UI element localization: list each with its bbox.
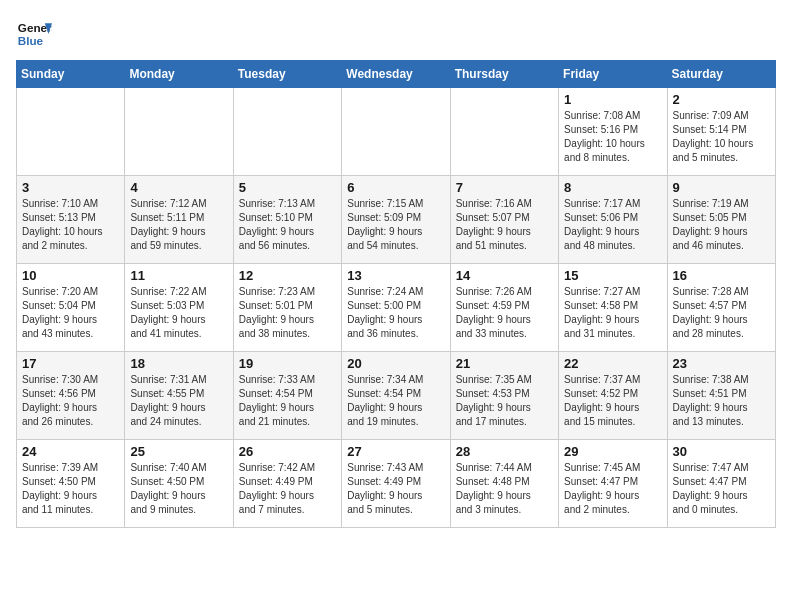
- day-number: 11: [130, 268, 227, 283]
- day-number: 30: [673, 444, 770, 459]
- week-row-1: 1Sunrise: 7:08 AM Sunset: 5:16 PM Daylig…: [17, 88, 776, 176]
- calendar-cell: 30Sunrise: 7:47 AM Sunset: 4:47 PM Dayli…: [667, 440, 775, 528]
- weekday-header-row: SundayMondayTuesdayWednesdayThursdayFrid…: [17, 61, 776, 88]
- day-number: 26: [239, 444, 336, 459]
- week-row-5: 24Sunrise: 7:39 AM Sunset: 4:50 PM Dayli…: [17, 440, 776, 528]
- calendar-cell: 16Sunrise: 7:28 AM Sunset: 4:57 PM Dayli…: [667, 264, 775, 352]
- day-number: 14: [456, 268, 553, 283]
- day-number: 25: [130, 444, 227, 459]
- calendar-cell: 17Sunrise: 7:30 AM Sunset: 4:56 PM Dayli…: [17, 352, 125, 440]
- day-info: Sunrise: 7:43 AM Sunset: 4:49 PM Dayligh…: [347, 461, 444, 517]
- day-number: 10: [22, 268, 119, 283]
- day-info: Sunrise: 7:39 AM Sunset: 4:50 PM Dayligh…: [22, 461, 119, 517]
- calendar-cell: 4Sunrise: 7:12 AM Sunset: 5:11 PM Daylig…: [125, 176, 233, 264]
- day-number: 21: [456, 356, 553, 371]
- day-info: Sunrise: 7:22 AM Sunset: 5:03 PM Dayligh…: [130, 285, 227, 341]
- day-info: Sunrise: 7:19 AM Sunset: 5:05 PM Dayligh…: [673, 197, 770, 253]
- day-number: 5: [239, 180, 336, 195]
- calendar-cell: 11Sunrise: 7:22 AM Sunset: 5:03 PM Dayli…: [125, 264, 233, 352]
- day-info: Sunrise: 7:44 AM Sunset: 4:48 PM Dayligh…: [456, 461, 553, 517]
- svg-text:Blue: Blue: [18, 34, 44, 47]
- calendar-cell: 29Sunrise: 7:45 AM Sunset: 4:47 PM Dayli…: [559, 440, 667, 528]
- calendar-cell: 28Sunrise: 7:44 AM Sunset: 4:48 PM Dayli…: [450, 440, 558, 528]
- calendar-cell: 6Sunrise: 7:15 AM Sunset: 5:09 PM Daylig…: [342, 176, 450, 264]
- calendar-cell: 25Sunrise: 7:40 AM Sunset: 4:50 PM Dayli…: [125, 440, 233, 528]
- day-info: Sunrise: 7:24 AM Sunset: 5:00 PM Dayligh…: [347, 285, 444, 341]
- day-info: Sunrise: 7:40 AM Sunset: 4:50 PM Dayligh…: [130, 461, 227, 517]
- calendar-cell: 27Sunrise: 7:43 AM Sunset: 4:49 PM Dayli…: [342, 440, 450, 528]
- week-row-4: 17Sunrise: 7:30 AM Sunset: 4:56 PM Dayli…: [17, 352, 776, 440]
- calendar-cell: 20Sunrise: 7:34 AM Sunset: 4:54 PM Dayli…: [342, 352, 450, 440]
- day-number: 13: [347, 268, 444, 283]
- day-number: 22: [564, 356, 661, 371]
- day-info: Sunrise: 7:42 AM Sunset: 4:49 PM Dayligh…: [239, 461, 336, 517]
- calendar-cell: 21Sunrise: 7:35 AM Sunset: 4:53 PM Dayli…: [450, 352, 558, 440]
- calendar-cell: 24Sunrise: 7:39 AM Sunset: 4:50 PM Dayli…: [17, 440, 125, 528]
- day-number: 3: [22, 180, 119, 195]
- day-info: Sunrise: 7:47 AM Sunset: 4:47 PM Dayligh…: [673, 461, 770, 517]
- day-number: 9: [673, 180, 770, 195]
- calendar-cell: 19Sunrise: 7:33 AM Sunset: 4:54 PM Dayli…: [233, 352, 341, 440]
- day-number: 17: [22, 356, 119, 371]
- day-info: Sunrise: 7:34 AM Sunset: 4:54 PM Dayligh…: [347, 373, 444, 429]
- day-info: Sunrise: 7:28 AM Sunset: 4:57 PM Dayligh…: [673, 285, 770, 341]
- day-number: 28: [456, 444, 553, 459]
- day-info: Sunrise: 7:20 AM Sunset: 5:04 PM Dayligh…: [22, 285, 119, 341]
- day-info: Sunrise: 7:23 AM Sunset: 5:01 PM Dayligh…: [239, 285, 336, 341]
- weekday-header-monday: Monday: [125, 61, 233, 88]
- calendar-cell: 18Sunrise: 7:31 AM Sunset: 4:55 PM Dayli…: [125, 352, 233, 440]
- calendar-cell: [233, 88, 341, 176]
- day-number: 29: [564, 444, 661, 459]
- calendar-cell: 2Sunrise: 7:09 AM Sunset: 5:14 PM Daylig…: [667, 88, 775, 176]
- calendar-cell: 1Sunrise: 7:08 AM Sunset: 5:16 PM Daylig…: [559, 88, 667, 176]
- calendar-cell: 23Sunrise: 7:38 AM Sunset: 4:51 PM Dayli…: [667, 352, 775, 440]
- day-info: Sunrise: 7:15 AM Sunset: 5:09 PM Dayligh…: [347, 197, 444, 253]
- day-number: 15: [564, 268, 661, 283]
- weekday-header-sunday: Sunday: [17, 61, 125, 88]
- day-number: 1: [564, 92, 661, 107]
- day-number: 27: [347, 444, 444, 459]
- day-info: Sunrise: 7:17 AM Sunset: 5:06 PM Dayligh…: [564, 197, 661, 253]
- day-info: Sunrise: 7:45 AM Sunset: 4:47 PM Dayligh…: [564, 461, 661, 517]
- day-info: Sunrise: 7:16 AM Sunset: 5:07 PM Dayligh…: [456, 197, 553, 253]
- calendar-cell: [125, 88, 233, 176]
- calendar-cell: 3Sunrise: 7:10 AM Sunset: 5:13 PM Daylig…: [17, 176, 125, 264]
- day-info: Sunrise: 7:31 AM Sunset: 4:55 PM Dayligh…: [130, 373, 227, 429]
- day-info: Sunrise: 7:38 AM Sunset: 4:51 PM Dayligh…: [673, 373, 770, 429]
- logo-icon: General Blue: [16, 16, 52, 52]
- weekday-header-thursday: Thursday: [450, 61, 558, 88]
- day-number: 7: [456, 180, 553, 195]
- calendar-cell: 5Sunrise: 7:13 AM Sunset: 5:10 PM Daylig…: [233, 176, 341, 264]
- weekday-header-tuesday: Tuesday: [233, 61, 341, 88]
- day-info: Sunrise: 7:13 AM Sunset: 5:10 PM Dayligh…: [239, 197, 336, 253]
- page-header: General Blue: [16, 16, 776, 52]
- day-number: 24: [22, 444, 119, 459]
- calendar-cell: 13Sunrise: 7:24 AM Sunset: 5:00 PM Dayli…: [342, 264, 450, 352]
- day-info: Sunrise: 7:33 AM Sunset: 4:54 PM Dayligh…: [239, 373, 336, 429]
- day-info: Sunrise: 7:37 AM Sunset: 4:52 PM Dayligh…: [564, 373, 661, 429]
- calendar-cell: [17, 88, 125, 176]
- day-info: Sunrise: 7:27 AM Sunset: 4:58 PM Dayligh…: [564, 285, 661, 341]
- day-info: Sunrise: 7:26 AM Sunset: 4:59 PM Dayligh…: [456, 285, 553, 341]
- week-row-2: 3Sunrise: 7:10 AM Sunset: 5:13 PM Daylig…: [17, 176, 776, 264]
- calendar-cell: 9Sunrise: 7:19 AM Sunset: 5:05 PM Daylig…: [667, 176, 775, 264]
- day-info: Sunrise: 7:08 AM Sunset: 5:16 PM Dayligh…: [564, 109, 661, 165]
- calendar-cell: 12Sunrise: 7:23 AM Sunset: 5:01 PM Dayli…: [233, 264, 341, 352]
- day-number: 12: [239, 268, 336, 283]
- weekday-header-saturday: Saturday: [667, 61, 775, 88]
- day-number: 20: [347, 356, 444, 371]
- day-number: 23: [673, 356, 770, 371]
- day-number: 2: [673, 92, 770, 107]
- day-number: 6: [347, 180, 444, 195]
- day-info: Sunrise: 7:09 AM Sunset: 5:14 PM Dayligh…: [673, 109, 770, 165]
- calendar-cell: [342, 88, 450, 176]
- calendar-cell: 8Sunrise: 7:17 AM Sunset: 5:06 PM Daylig…: [559, 176, 667, 264]
- calendar-cell: 15Sunrise: 7:27 AM Sunset: 4:58 PM Dayli…: [559, 264, 667, 352]
- week-row-3: 10Sunrise: 7:20 AM Sunset: 5:04 PM Dayli…: [17, 264, 776, 352]
- day-info: Sunrise: 7:10 AM Sunset: 5:13 PM Dayligh…: [22, 197, 119, 253]
- day-number: 19: [239, 356, 336, 371]
- day-number: 18: [130, 356, 227, 371]
- calendar-table: SundayMondayTuesdayWednesdayThursdayFrid…: [16, 60, 776, 528]
- weekday-header-friday: Friday: [559, 61, 667, 88]
- calendar-cell: 10Sunrise: 7:20 AM Sunset: 5:04 PM Dayli…: [17, 264, 125, 352]
